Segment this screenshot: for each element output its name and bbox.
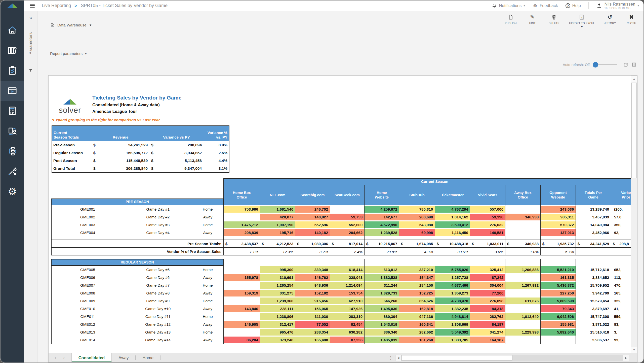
cell-value: 282,762 xyxy=(470,313,505,320)
tab-next-icon[interactable]: › xyxy=(63,355,65,360)
breadcrumb-separator-icon: > xyxy=(74,3,77,9)
cell-value xyxy=(541,337,576,343)
dollar-sign: $ xyxy=(613,242,615,246)
table-cell: 282,762 xyxy=(470,313,505,320)
dollar-sign: $ xyxy=(151,143,153,147)
sheet-tab-away[interactable]: Away xyxy=(112,353,135,362)
app-logo[interactable] xyxy=(1,1,24,11)
table-row: GME002Game Day #2Away428,077140,82759,75… xyxy=(51,213,631,221)
expand-panel-icon[interactable]: » xyxy=(24,15,37,21)
report-parameters-toggle[interactable]: Report parameters ▾ xyxy=(50,51,87,56)
cell-value: 570,372 xyxy=(541,221,576,228)
cell-value: 1,907,190 xyxy=(260,221,295,228)
tab-prev-icon[interactable]: ‹ xyxy=(55,355,56,360)
table-cell: 143,846 xyxy=(223,305,260,313)
game-day: Game Day #7 xyxy=(124,283,192,287)
sidebar-item-library[interactable] xyxy=(1,40,24,60)
horizontal-scroll-thumb[interactable] xyxy=(402,355,512,360)
dollar-sign: $ xyxy=(401,242,403,246)
table-cell xyxy=(505,305,540,313)
auto-refresh-slider[interactable] xyxy=(593,64,617,65)
game-day: Game Day #12 xyxy=(124,322,192,326)
spacer-cell xyxy=(611,237,631,240)
tools-icon xyxy=(7,166,17,176)
row-labels: GME002Game Day #2Away xyxy=(51,213,223,221)
game-day: Game Day #1 xyxy=(124,207,192,211)
document-user-icon xyxy=(7,126,17,136)
dollar-sign: $ xyxy=(225,242,227,246)
scroll-right-button[interactable]: ▶ xyxy=(623,355,629,361)
sidebar-item-tasks[interactable] xyxy=(1,60,24,81)
table-cell: 3,942,709 xyxy=(576,289,611,297)
table-cell: 280,698 xyxy=(399,213,435,221)
breadcrumb-section[interactable]: Live Reporting xyxy=(42,3,71,8)
table-cell: 15,516,418 xyxy=(576,328,611,336)
sheet-tab-home[interactable]: Home xyxy=(136,353,160,362)
horizontal-scrollbar[interactable]: ◀ ▶ xyxy=(395,355,629,361)
cell-value xyxy=(505,221,540,228)
feedback-button[interactable]: ☺ Feedback xyxy=(533,3,558,9)
scroll-left-button[interactable]: ◀ xyxy=(395,355,401,361)
table-cell: 331,275 xyxy=(260,289,295,297)
splitter-grip-icon[interactable]: ⋮ xyxy=(388,355,392,360)
publish-button[interactable]: PUBLISH xyxy=(504,14,517,28)
cell-value: 373,248 xyxy=(260,337,295,343)
grid-table-icon[interactable] xyxy=(631,62,636,67)
data-source-dropdown[interactable]: Data Warehouse ▼ xyxy=(50,23,92,27)
sidebar-item-calculator[interactable] xyxy=(1,101,24,121)
cell-value: 1,238,806 xyxy=(260,313,295,320)
help-button[interactable]: ? Help xyxy=(566,3,581,8)
solver-logo: solver xyxy=(51,94,89,116)
empty-cell xyxy=(505,259,540,266)
sheet-tab-consolidated[interactable]: Consolidated xyxy=(71,353,112,362)
open-in-new-icon[interactable] xyxy=(623,62,629,67)
cell-value: 276,032 xyxy=(470,221,505,228)
scroll-down-button[interactable]: ▼ xyxy=(631,347,637,353)
menu-icon[interactable] xyxy=(30,3,35,9)
dollar-sign: $ xyxy=(507,242,509,246)
sidebar-item-live-reporting[interactable] xyxy=(1,81,24,101)
export-to-excel-button[interactable]: X EXPORT TO EXCEL ▼ xyxy=(569,14,595,28)
current-season-band-row: Current Season xyxy=(51,178,631,185)
cell-value: 3,871,022 xyxy=(576,321,611,328)
sidebar-item-admin-tools[interactable] xyxy=(1,161,24,181)
pct-value: 3.0% xyxy=(470,248,505,255)
parameters-strip-label[interactable]: Parameters xyxy=(28,23,33,63)
history-button[interactable]: ↺ HISTORY xyxy=(603,14,616,28)
action-label: HISTORY xyxy=(604,22,616,25)
vertical-scroll-thumb[interactable] xyxy=(631,83,637,178)
scroll-up-button[interactable]: ▲ xyxy=(631,76,637,82)
sidebar-item-data-collaboration[interactable] xyxy=(1,121,24,141)
cell-value: 14,040,984 xyxy=(576,221,611,228)
table-cell: 84,318 xyxy=(470,305,505,313)
table-cell xyxy=(505,289,540,297)
user-menu[interactable]: Nils Rasmussen 16. SPORTS DEMO ▾ xyxy=(596,2,639,10)
pct-value xyxy=(576,248,611,255)
sidebar-item-workflow[interactable] xyxy=(1,141,24,161)
report-header: solver Ticketing Sales by Vendor by Game… xyxy=(51,94,631,116)
cell-value: 15,709,952 xyxy=(576,282,611,289)
dollar-sign: $ xyxy=(93,166,96,171)
edit-button[interactable]: ✎ EDIT xyxy=(526,14,539,28)
cell-value: 161,260 xyxy=(399,337,435,343)
summary-header-cell: Current Season Totals xyxy=(52,130,92,141)
filter-icon[interactable] xyxy=(28,68,33,73)
table-cell: 915,456 xyxy=(295,297,330,305)
delete-button[interactable]: DELETE xyxy=(547,14,560,28)
money-cell: $34,241,529 xyxy=(576,240,611,247)
sidebar-item-home[interactable] xyxy=(1,20,24,40)
cell-value: 15,516,418 xyxy=(576,329,611,336)
slider-knob[interactable] xyxy=(593,62,598,68)
vertical-scrollbar[interactable]: ▲ ▼ xyxy=(631,76,637,353)
pct-cell: 1.0% xyxy=(505,248,540,255)
action-label: EDIT xyxy=(529,22,536,25)
sidebar-item-settings[interactable]: ⚙ xyxy=(1,181,24,202)
table-cell: 3,906,537 xyxy=(576,336,611,344)
notifications-button[interactable]: Notifications ▾ xyxy=(492,3,525,8)
pct-cell: 7.1% xyxy=(223,248,260,255)
close-button[interactable]: ✖ CLOSE xyxy=(625,14,638,28)
pct-value: 1.0% xyxy=(505,248,540,255)
table-row: GME007Game Day #7Home1,265,254948,9361,2… xyxy=(51,281,631,289)
cell-value: 140,827 xyxy=(295,214,330,220)
cell-value: 137,013 xyxy=(541,229,576,236)
